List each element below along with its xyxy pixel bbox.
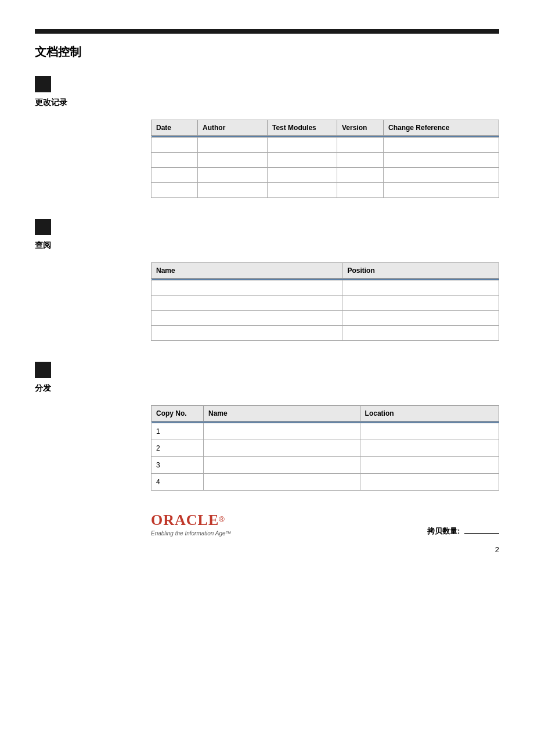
col-test-modules: Test Modules (268, 120, 337, 136)
distribution-table: Copy No. Name Location 1 2 (151, 405, 499, 491)
top-bar (35, 29, 499, 34)
table-row (151, 168, 499, 183)
table-row (151, 183, 499, 198)
cell-name (204, 474, 360, 491)
table-row (151, 153, 499, 168)
cell (151, 138, 198, 153)
cell-location (360, 423, 499, 440)
review-table: Name Position (151, 262, 499, 341)
cell-location (360, 440, 499, 457)
col-version: Version (337, 120, 384, 136)
change-history-table-wrapper: Date Author Test Modules Version Change … (151, 120, 499, 198)
cell (342, 326, 499, 341)
cell (198, 183, 268, 198)
cell (337, 168, 384, 183)
cell (151, 183, 198, 198)
cell (342, 311, 499, 326)
cell-name (204, 440, 360, 457)
table-row (151, 296, 499, 311)
oracle-registered: ® (219, 515, 225, 524)
cell (384, 168, 499, 183)
cell-copy-no: 3 (151, 457, 204, 474)
change-history-label: 更改记录 (35, 98, 499, 108)
cell-copy-no: 4 (151, 474, 204, 491)
cell (268, 183, 337, 198)
cell (151, 296, 342, 311)
cell (342, 296, 499, 311)
cell (337, 138, 384, 153)
change-history-icon (35, 76, 51, 92)
copy-count-label: 拷贝数量: (427, 527, 460, 535)
cell-name (204, 423, 360, 440)
table-row: 2 (151, 440, 499, 457)
oracle-tagline: Enabling the Information Age™ (151, 530, 232, 537)
table-row (151, 280, 499, 296)
col-author: Author (198, 120, 268, 136)
distribution-table-wrapper: Copy No. Name Location 1 2 (151, 405, 499, 491)
section-change-history: 更改记录 Date Author Test Modules Version Ch… (35, 76, 499, 198)
cell-location (360, 457, 499, 474)
col-change-reference: Change Reference (384, 120, 499, 136)
cell (268, 138, 337, 153)
cell (268, 168, 337, 183)
table-row: 3 (151, 457, 499, 474)
footer-area: ORACLE® Enabling the Information Age™ 拷贝… (151, 512, 499, 537)
page-title: 文档控制 (35, 44, 499, 60)
cell (198, 153, 268, 168)
section-distribution: 分发 Copy No. Name Location 1 (35, 362, 499, 491)
cell (384, 138, 499, 153)
cell (198, 168, 268, 183)
cell (198, 138, 268, 153)
col-copy-no: Copy No. (151, 406, 204, 422)
review-table-wrapper: Name Position (151, 262, 499, 341)
oracle-name: ORACLE (151, 512, 219, 528)
cell (151, 153, 198, 168)
cell (151, 326, 342, 341)
col-name: Name (204, 406, 360, 422)
cell (384, 153, 499, 168)
cell (337, 183, 384, 198)
distribution-label: 分发 (35, 383, 499, 394)
copy-count-value (464, 533, 499, 534)
col-position: Position (342, 263, 499, 279)
cell (151, 280, 342, 296)
table-row (151, 138, 499, 153)
cell-name (204, 457, 360, 474)
table-row (151, 311, 499, 326)
copy-count-area: 拷贝数量: (427, 526, 499, 537)
col-date: Date (151, 120, 198, 136)
table-row (151, 326, 499, 341)
page-container: 文档控制 更改记录 Date Author Test Modules Versi… (0, 0, 534, 571)
cell (337, 153, 384, 168)
page-number: 2 (495, 545, 499, 554)
table-row: 4 (151, 474, 499, 491)
cell (342, 280, 499, 296)
col-name: Name (151, 263, 342, 279)
cell-copy-no: 1 (151, 423, 204, 440)
cell (268, 153, 337, 168)
cell-copy-no: 2 (151, 440, 204, 457)
col-location: Location (360, 406, 499, 422)
review-icon (35, 219, 51, 235)
oracle-logo-text: ORACLE® (151, 512, 232, 529)
cell (384, 183, 499, 198)
oracle-logo: ORACLE® Enabling the Information Age™ (151, 512, 232, 537)
cell-location (360, 474, 499, 491)
cell (151, 311, 342, 326)
cell (151, 168, 198, 183)
change-history-table: Date Author Test Modules Version Change … (151, 120, 499, 198)
review-label: 查阅 (35, 240, 499, 251)
section-review: 查阅 Name Position (35, 219, 499, 341)
table-row: 1 (151, 423, 499, 440)
distribution-icon (35, 362, 51, 378)
